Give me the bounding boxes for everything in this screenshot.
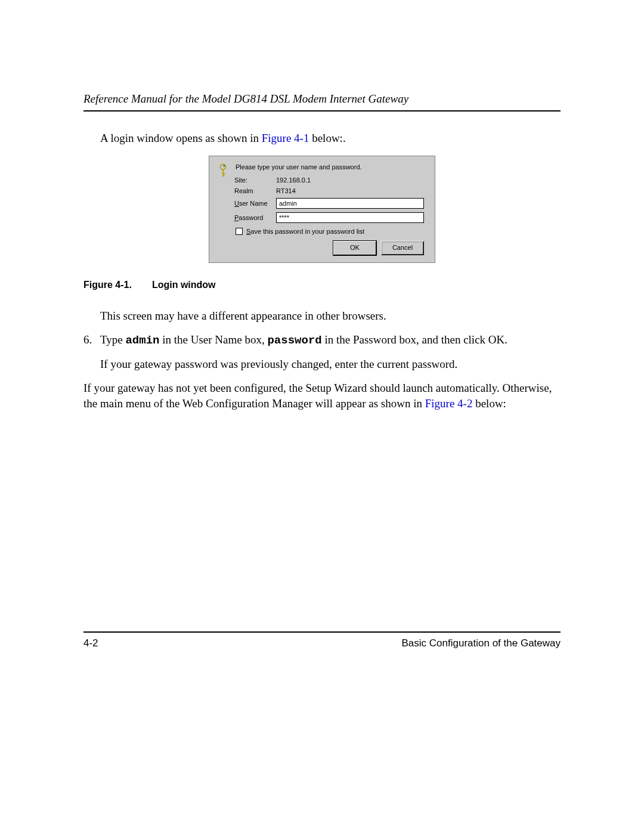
- password-input[interactable]: ****: [276, 212, 424, 223]
- figure-wrap: Please type your user name and password.…: [83, 156, 561, 263]
- caption-number: Figure 4-1.: [83, 280, 132, 290]
- password-label: Password: [234, 214, 276, 221]
- step-6-t2: in the User Name box,: [159, 333, 267, 346]
- save-password-row[interactable]: Save this password in your password list: [236, 228, 424, 235]
- section-title: Basic Configuration of the Gateway: [402, 637, 561, 649]
- site-row: Site: 192.168.0.1: [234, 176, 424, 184]
- page-number: 4-2: [83, 637, 98, 649]
- realm-row: Realm RT314: [234, 187, 424, 194]
- save-password-label: Save this password in your password list: [246, 228, 364, 235]
- intro-text-post: below:.: [309, 132, 345, 144]
- login-dialog: Please type your user name and password.…: [209, 156, 435, 263]
- intro-paragraph: A login window opens as shown in Figure …: [100, 132, 561, 145]
- svg-rect-3: [222, 174, 225, 175]
- username-input[interactable]: admin: [276, 198, 424, 209]
- step-6-marker: 6.: [83, 332, 100, 372]
- footer-rule: [83, 631, 561, 633]
- dialog-instruction: Please type your user name and password.: [236, 163, 424, 171]
- step-6-text: Type admin in the User Name box, passwor…: [100, 332, 561, 349]
- username-label: User Name: [234, 200, 276, 207]
- password-literal: password: [267, 334, 321, 347]
- figure-caption: Figure 4-1.Login window: [83, 280, 561, 290]
- realm-value: RT314: [276, 187, 296, 194]
- figure-4-1-link[interactable]: Figure 4-1: [262, 132, 309, 144]
- password-row: Password ****: [234, 212, 424, 223]
- svg-rect-4: [222, 175, 225, 176]
- site-label: Site:: [234, 176, 276, 184]
- key-icon: [218, 163, 228, 180]
- intro-text-pre: A login window opens as shown in: [100, 132, 262, 144]
- para2-post: below:: [472, 397, 506, 410]
- caption-text: Login window: [152, 280, 216, 290]
- step-6-sub: If your gateway password was previously …: [100, 357, 561, 372]
- admin-literal: admin: [125, 334, 159, 347]
- site-value: 192.168.0.1: [276, 176, 311, 184]
- para-setup-wizard: If your gateway has not yet been configu…: [83, 380, 561, 411]
- dialog-button-row: OK Cancel: [234, 241, 424, 255]
- step-6: 6. Type admin in the User Name box, pass…: [83, 332, 561, 372]
- step-6-t3: in the Password box, and then click OK.: [322, 333, 507, 346]
- username-row: User Name admin: [234, 198, 424, 209]
- save-password-checkbox[interactable]: [236, 228, 243, 235]
- svg-point-0: [221, 164, 226, 169]
- doc-header: Reference Manual for the Model DG814 DSL…: [83, 92, 561, 112]
- svg-rect-2: [222, 169, 224, 176]
- page: Reference Manual for the Model DG814 DSL…: [0, 0, 644, 833]
- svg-point-1: [223, 165, 225, 167]
- page-footer: 4-2 Basic Configuration of the Gateway: [83, 637, 561, 649]
- ok-button[interactable]: OK: [333, 241, 376, 255]
- cancel-button[interactable]: Cancel: [381, 241, 424, 255]
- step-6-t1: Type: [100, 333, 125, 346]
- appearance-note: This screen may have a different appeara…: [100, 308, 561, 324]
- figure-4-2-link[interactable]: Figure 4-2: [425, 397, 473, 410]
- realm-label: Realm: [234, 187, 276, 194]
